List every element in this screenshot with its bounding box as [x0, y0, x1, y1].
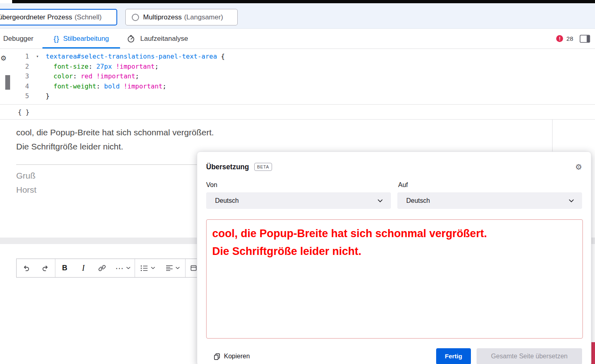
radio-icon[interactable] — [132, 14, 139, 21]
redo-icon — [42, 264, 49, 272]
insert-icon — [190, 265, 197, 271]
code-line[interactable]: 5} — [0, 91, 225, 101]
signature-divider — [16, 164, 202, 165]
line-number: 1 — [0, 52, 29, 62]
translation-textarea[interactable]: cool, die Popup-Breite hat sich schonmal… — [206, 219, 583, 339]
code-line[interactable]: 1▾textarea#select-translations-panel-tex… — [0, 52, 225, 62]
code-line[interactable]: 2 font-size: 27px !important; — [0, 62, 225, 72]
tab-debugger-label: Debugger — [3, 35, 34, 43]
from-language-value: Deutsch — [215, 197, 239, 204]
tab-style-editor[interactable]: {} Stilbearbeitung — [42, 29, 120, 48]
chevron-down-icon — [569, 199, 574, 202]
copy-icon — [214, 353, 220, 360]
signature-name: Horst — [16, 185, 36, 195]
chevron-down-icon — [126, 267, 131, 269]
to-label: Auf — [398, 181, 408, 189]
screen: übergeordneter Prozess(Schnell) Multipro… — [0, 0, 595, 364]
line-number: 3 — [0, 72, 29, 82]
line-number: 2 — [0, 62, 29, 72]
process-option-multi-hint: (Langsamer) — [184, 13, 223, 21]
ellipsis-icon: ⋯ — [116, 263, 124, 273]
window-top-edge — [12, 0, 595, 3]
undo-button[interactable] — [17, 259, 36, 277]
fold-arrow-icon[interactable] — [29, 91, 46, 101]
signature-greeting: Gruß — [16, 171, 36, 181]
translation-popup: Übersetzung BETA ⚙ Von Auf Deutsch Deuts… — [197, 151, 591, 364]
fold-arrow-icon[interactable] — [29, 82, 46, 92]
page-paragraph-2: Die Schriftgröße leider nicht. — [16, 142, 123, 151]
settings-gear-icon[interactable]: ⚙ — [575, 162, 582, 172]
bullet-list-icon — [140, 265, 148, 271]
media-sidebar-toggle[interactable]: { } — [18, 108, 30, 116]
process-option-parent-hint: (Schnell) — [74, 13, 101, 21]
italic-button[interactable]: I — [74, 259, 93, 277]
line-number: 4 — [0, 82, 29, 92]
chevron-down-icon — [175, 267, 180, 269]
copy-button-label: Kopieren — [224, 353, 250, 360]
list-menu-button[interactable] — [135, 259, 160, 277]
braces-icon: {} — [53, 34, 59, 43]
fold-arrow-icon[interactable] — [29, 62, 46, 72]
undo-icon — [22, 264, 30, 272]
process-option-parent[interactable]: übergeordneter Prozess(Schnell) — [0, 9, 117, 25]
from-label: Von — [206, 181, 398, 189]
editor-footer: { } — [0, 104, 595, 120]
translate-page-button[interactable]: Gesamte Seite übersetzen — [477, 348, 582, 364]
tab-performance-label: Laufzeitanalyse — [140, 35, 188, 43]
error-badge-icon[interactable]: ! — [556, 35, 563, 42]
done-button[interactable]: Fertig — [436, 348, 471, 364]
to-language-value: Deutsch — [406, 197, 430, 204]
process-option-multi-label: Multiprozess — [143, 13, 181, 21]
process-option-parent-label: übergeordneter Prozess — [0, 13, 72, 21]
link-icon — [98, 264, 106, 272]
to-language-select[interactable]: Deutsch — [397, 192, 582, 209]
error-count[interactable]: 28 — [566, 35, 573, 42]
code-line[interactable]: 4 font-weight: bold !important; — [0, 82, 225, 92]
devtools-tab-bar: Debugger {} Stilbearbeitung Laufzeitanal… — [0, 29, 595, 49]
popup-title: Übersetzung — [206, 163, 249, 171]
process-option-multi[interactable]: Multiprozess (Langsamer) — [125, 9, 238, 25]
tab-style-editor-label: Stilbearbeitung — [63, 35, 109, 43]
from-language-select[interactable]: Deutsch — [206, 192, 391, 209]
composer-toolbar: B I ⋯ — [16, 259, 203, 278]
fold-arrow-icon[interactable] — [29, 72, 46, 82]
active-tab-indicator — [42, 47, 120, 48]
page-paragraph-1: cool, die Popup-Breite hat sich schonmal… — [16, 128, 214, 137]
align-left-icon — [166, 265, 173, 271]
align-menu-button[interactable] — [160, 259, 185, 277]
tab-performance[interactable]: Laufzeitanalyse — [120, 29, 201, 48]
bold-button[interactable]: B — [55, 259, 74, 277]
chevron-down-icon — [151, 267, 155, 269]
line-number: 5 — [0, 91, 29, 101]
more-options-button[interactable]: ⋯ — [111, 259, 135, 277]
chevron-down-icon — [378, 199, 383, 202]
code-line[interactable]: 3 color: red !important; — [0, 72, 225, 82]
tab-debugger[interactable]: Debugger — [0, 29, 42, 48]
code-editor[interactable]: 1▾textarea#select-translations-panel-tex… — [0, 52, 225, 101]
fold-arrow-icon[interactable]: ▾ — [29, 52, 46, 62]
split-console-toggle-icon[interactable] — [580, 35, 590, 43]
process-selector-bar: übergeordneter Prozess(Schnell) Multipro… — [0, 3, 595, 29]
beta-badge: BETA — [254, 163, 272, 171]
red-edge-fragment — [591, 342, 595, 364]
content-right-divider — [552, 120, 553, 153]
link-button[interactable] — [93, 259, 111, 277]
redo-button[interactable] — [36, 259, 55, 277]
performance-icon — [127, 34, 135, 43]
copy-button[interactable]: Kopieren — [214, 353, 250, 360]
